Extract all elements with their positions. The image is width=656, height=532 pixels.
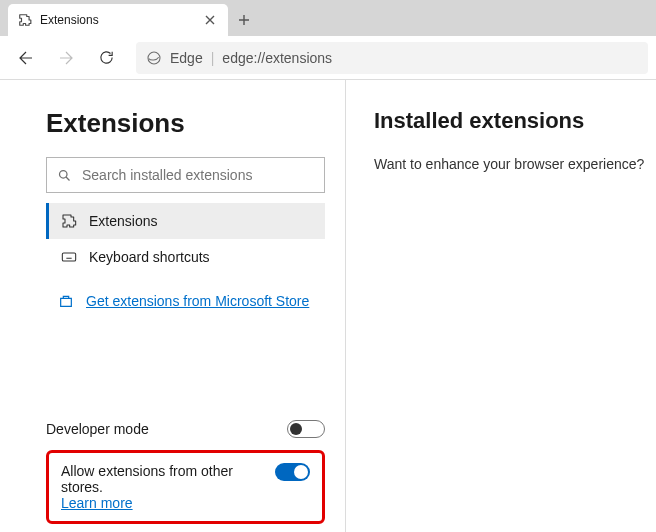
back-button[interactable] <box>8 40 44 76</box>
forward-button[interactable] <box>48 40 84 76</box>
nav-item-extensions[interactable]: Extensions <box>46 203 325 239</box>
developer-mode-row: Developer mode <box>46 414 325 444</box>
new-tab-button[interactable] <box>228 4 260 36</box>
dev-mode-toggle[interactable] <box>287 420 325 438</box>
nav-label: Extensions <box>89 213 157 229</box>
address-bar[interactable]: Edge | edge://extensions <box>136 42 648 74</box>
refresh-button[interactable] <box>88 40 124 76</box>
bottom-settings: Developer mode Allow extensions from oth… <box>46 414 325 524</box>
content-area: Extensions Extensions Keyboard shortcuts <box>0 80 656 532</box>
tab-title: Extensions <box>40 13 194 27</box>
svg-point-1 <box>60 170 68 178</box>
address-url: edge://extensions <box>222 50 332 66</box>
main-panel: Installed extensions Want to enhance you… <box>346 80 656 532</box>
learn-more-link[interactable]: Learn more <box>61 495 133 511</box>
search-box[interactable] <box>46 157 325 193</box>
store-icon <box>58 293 74 309</box>
search-input[interactable] <box>82 167 314 183</box>
browser-tab[interactable]: Extensions <box>8 4 228 36</box>
nav-label: Keyboard shortcuts <box>89 249 210 265</box>
address-separator: | <box>211 50 215 66</box>
store-link-row: Get extensions from Microsoft Store <box>46 279 325 309</box>
svg-rect-2 <box>62 253 75 261</box>
edge-icon <box>146 50 162 66</box>
main-heading: Installed extensions <box>374 108 656 134</box>
keyboard-icon <box>61 249 77 265</box>
sidebar-nav: Extensions Keyboard shortcuts <box>46 203 325 275</box>
other-stores-toggle[interactable] <box>275 463 311 481</box>
nav-item-shortcuts[interactable]: Keyboard shortcuts <box>46 239 325 275</box>
tab-strip: Extensions <box>0 0 656 36</box>
sidebar: Extensions Extensions Keyboard shortcuts <box>0 80 346 532</box>
page-title: Extensions <box>46 108 325 139</box>
store-link[interactable]: Get extensions from Microsoft Store <box>86 293 309 309</box>
dev-mode-label: Developer mode <box>46 421 149 437</box>
address-brand: Edge <box>170 50 203 66</box>
puzzle-icon <box>61 213 77 229</box>
other-stores-label: Allow extensions from other stores. <box>61 463 265 495</box>
highlight-allow-other-stores: Allow extensions from other stores. Lear… <box>46 450 325 524</box>
toolbar: Edge | edge://extensions <box>0 36 656 80</box>
main-prompt: Want to enhance your browser experience? <box>374 156 656 172</box>
tab-close-button[interactable] <box>202 12 218 28</box>
extension-icon <box>18 13 32 27</box>
search-icon <box>57 168 72 183</box>
